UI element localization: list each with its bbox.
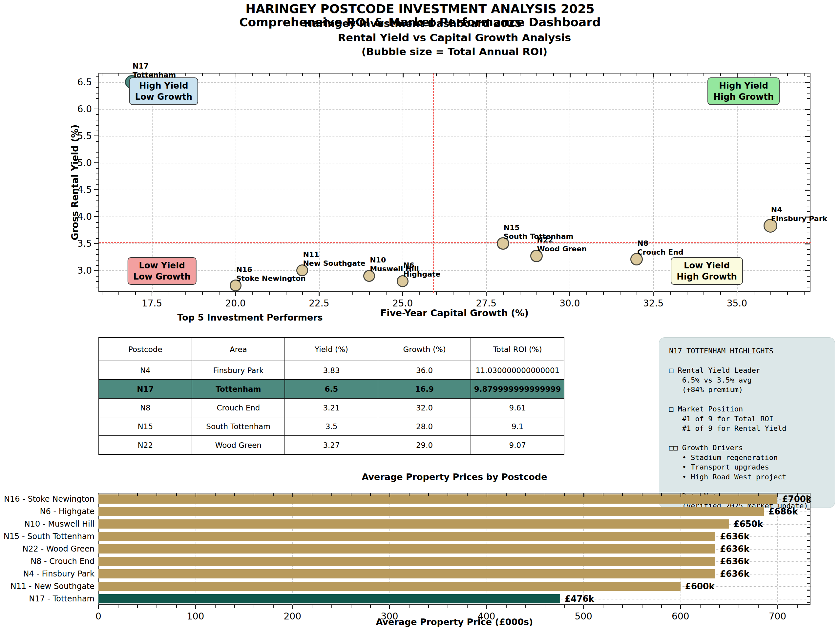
scatter-gridline-v [486,74,487,293]
scatter-ylabel: Gross Rental Yield (%) [69,124,80,240]
bar-category-label: N4 - Finsbury Park [0,569,95,578]
bar-xtick-minor [525,605,526,608]
scatter-xtick-minor [286,292,287,295]
bar-gridline-h [99,586,811,587]
scatter-ytick-minor [96,141,98,142]
avg-growth-line [433,74,434,293]
scatter-xtick-label: 17.5 [142,298,162,309]
table-cell: Tottenham [192,380,285,398]
bar-xtick-label: 500 [575,611,592,622]
table-cell: Finsbury Park [192,361,285,380]
bar-category-label: N11 - New Southgate [0,582,95,591]
scatter-ytick-minor [96,152,98,153]
scatter-xtick-minor [520,292,520,295]
bar-gridline-h [99,561,811,562]
bar-xtick-label: 200 [284,611,301,622]
bar-category-label: N17 - Tottenham [0,594,95,603]
scatter-ytick-minor [96,222,98,223]
scatter-xtick-minor [169,292,169,295]
table-cell: 6.5 [285,380,378,398]
table-cell: 3.21 [285,398,378,417]
bar-xtick-minor [758,605,759,608]
scatter-ytick-minor [96,87,98,88]
scatter-xtick-minor [102,292,102,295]
scatter-gridline-h [99,270,811,271]
highlights-line: • High Road West project [669,472,835,482]
bar-xtick-minor [603,605,604,608]
scatter-xtick-label: 20.0 [225,298,246,309]
scatter-xtick-label: 25.0 [392,298,413,309]
scatter-xtick-minor [670,292,671,295]
bar-xtick-minor [254,605,254,608]
bar-xtick-minor [642,605,643,608]
figure-title: Comprehensive ROI & Market Performance D… [239,16,601,29]
bar-gridline-h [99,499,811,500]
bar-xtick-label: 100 [187,611,204,622]
scatter-xtick-minor [185,292,186,295]
scatter-ytick-label: 3.0 [73,265,92,276]
bar-gridline-v [292,493,293,606]
scatter-ytick-minor [96,179,98,180]
scatter-ytick-minor [96,276,98,277]
scatter-ytick [94,189,98,190]
scatter-xtick-minor [754,292,754,295]
scatter-ytick-minor [96,249,98,250]
scatter-ytick [94,109,98,110]
scatter-xtick-minor [553,292,554,295]
table-cell: 9.1 [471,417,564,436]
scatter-ytick-minor [96,125,98,126]
bar-xtick-minor [700,605,701,608]
scatter-ytick-minor [96,158,98,158]
scatter-ytick-minor [96,200,98,201]
main-suptitle: HARINGEY POSTCODE INVESTMENT ANALYSIS 20… [246,2,594,16]
table-cell: 3.83 [285,361,378,380]
table-header-row: PostcodeAreaYield (%)Growth (%)Total ROI… [99,338,564,361]
scatter-xtick-minor [687,292,687,295]
scatter-ytick-minor [96,195,98,196]
highlights-line: □□ Growth Drivers [669,443,835,453]
bar-gridline-h [99,599,811,599]
highlights-line: #1 of 9 for Total ROI [669,414,835,424]
table-cell: 32.0 [378,398,471,417]
table-cell: Wood Green [192,436,285,454]
table-cell: 29.0 [378,436,471,454]
bar-gridline-v [195,493,196,606]
bar-xtick-minor [370,605,371,608]
scatter-ytick-minor [96,147,98,147]
highlights-line: N17 TOTTENHAM HIGHLIGHTS [669,346,835,356]
bar-gridline-h [99,549,811,550]
scatter-ytick-label: 6.5 [73,76,92,87]
scatter-gridline-h [99,109,811,110]
scatter-xtick-minor [771,292,771,295]
scatter-xtick-minor [804,292,805,295]
bar-xtick-minor [428,605,429,608]
scatter-ytick [94,216,98,217]
table-row-N22: N22Wood Green3.2729.09.07 [99,436,564,454]
bar-gridline-h [99,524,811,525]
scatter-xtick-label: 32.5 [643,298,663,309]
scatter-gridline-v [152,74,153,293]
table-cell: South Tottenham [192,417,285,436]
table-cell: N22 [99,436,192,454]
bar-xtick-label: 600 [672,611,689,622]
table-cell: N15 [99,417,192,436]
highlights-line: □ Market Position [669,404,835,414]
bar-xtick-minor [661,605,662,608]
table-title: Top 5 Investment Performers [177,312,323,323]
scatter-ytick [94,135,98,137]
scatter-ytick-minor [96,173,98,174]
scatter-xtick-minor [720,292,721,295]
scatter-ytick-minor [96,114,98,115]
scatter-xtick-label: 30.0 [559,298,580,309]
scatter-gridline-v [403,74,403,293]
scatter-xtick-minor [352,292,353,295]
highlights-panel: N17 TOTTENHAM HIGHLIGHTS □ Rental Yield … [659,337,835,508]
table-cell: 3.5 [285,417,378,436]
scatter-gridline-v [236,74,236,293]
scatter-title-line2: (Bubble size = Total Annual ROI) [362,46,547,57]
bar-xlabel: Average Property Price (£000s) [376,617,533,627]
scatter-ytick-minor [96,120,98,120]
bar-xtick-minor [409,605,410,608]
bar-category-label: N10 - Muswell Hill [0,519,95,529]
table-row-N17: N17Tottenham6.516.99.879999999999999 [99,380,564,398]
